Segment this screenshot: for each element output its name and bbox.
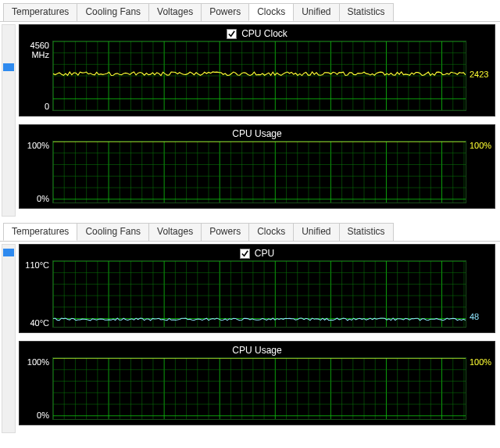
scroll-thumb[interactable] [3,63,14,71]
y-max-label: 100% [27,141,49,150]
y-axis-labels: 100%0% [23,141,52,203]
series-visibility-checkbox[interactable] [240,249,250,259]
tab-unified[interactable]: Unified [293,3,339,21]
chart-title: CPU [255,248,274,259]
series-visibility-checkbox[interactable] [227,29,237,39]
tab-cooling-fans[interactable]: Cooling Fans [77,223,149,241]
tab-temperatures[interactable]: Temperatures [3,3,77,21]
chart-title-row: CPU Usage [20,125,495,141]
plot-row: 100%0%100% [20,357,495,425]
panel-body: CPU Clock4560MHz02423CPU Usage100%0%100% [0,21,500,220]
current-value: 100% [466,357,491,420]
panel-body: CPU110°C40°C48CPU Usage100%0%100% [0,241,500,436]
tab-unified[interactable]: Unified [293,223,339,241]
chart-title-row: CPU [20,245,495,260]
y-max-label: 100% [27,357,49,367]
chart-title: CPU Clock [241,28,288,39]
chart-block: CPU Clock4560MHz02423 [19,24,495,116]
y-axis-labels: 110°C40°C [23,260,52,328]
tab-voltages[interactable]: Voltages [148,3,202,21]
tab-statistics[interactable]: Statistics [339,3,394,21]
y-unit-label: MHz [30,50,49,59]
plot-area [52,41,466,111]
plot-row: 100%0%100% [20,141,495,208]
y-min-label: 0 [45,102,49,111]
charts-column: CPU110°C40°C48CPU Usage100%0%100% [17,241,500,436]
tab-bar: TemperaturesCooling FansVoltagesPowersCl… [0,0,500,22]
plot-area [52,260,466,328]
chart-title: CPU Usage [232,128,281,139]
y-min-label: 40°C [30,318,49,328]
chart-block: CPU Usage100%0%100% [19,124,495,209]
tab-bar: TemperaturesCooling FansVoltagesPowersCl… [0,220,500,242]
chart-block: CPU110°C40°C48 [19,244,495,333]
current-value: 48 [466,260,491,328]
chart-title-row: CPU Clock [20,25,495,41]
tab-clocks[interactable]: Clocks [248,3,294,21]
y-max-label: 4560 [30,41,49,50]
vertical-scrollbar[interactable] [2,244,16,433]
current-value: 2423 [466,41,491,111]
tab-powers[interactable]: Powers [201,223,249,241]
vertical-scrollbar[interactable] [2,24,16,217]
y-axis-labels: 100%0% [23,357,52,420]
tab-powers[interactable]: Powers [201,3,249,21]
tab-voltages[interactable]: Voltages [148,223,202,241]
plot-area [52,357,466,420]
chart-block: CPU Usage100%0%100% [19,341,495,425]
tab-temperatures[interactable]: Temperatures [3,223,77,241]
charts-column: CPU Clock4560MHz02423CPU Usage100%0%100% [17,21,500,220]
plot-row: 110°C40°C48 [20,260,495,332]
tab-cooling-fans[interactable]: Cooling Fans [77,3,149,21]
plot-area [52,141,466,203]
y-min-label: 0% [37,194,49,203]
monitor-panel: TemperaturesCooling FansVoltagesPowersCl… [0,0,500,220]
scroll-thumb[interactable] [3,249,14,256]
tab-statistics[interactable]: Statistics [339,223,394,241]
chart-title-row: CPU Usage [20,342,495,357]
y-min-label: 0% [37,410,49,420]
monitor-panel: TemperaturesCooling FansVoltagesPowersCl… [0,220,500,436]
y-axis-labels: 4560MHz0 [23,41,52,111]
plot-row: 4560MHz02423 [20,41,495,116]
chart-title: CPU Usage [232,345,281,356]
tab-clocks[interactable]: Clocks [248,223,294,241]
current-value: 100% [466,141,491,203]
y-max-label: 110°C [25,260,49,270]
